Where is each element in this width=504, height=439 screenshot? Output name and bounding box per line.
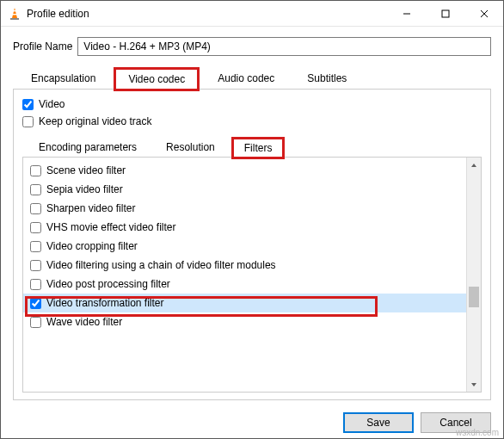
subtab-resolution[interactable]: Resolution xyxy=(155,138,226,157)
profile-name-row: Profile Name xyxy=(13,37,491,56)
tab-subtitles[interactable]: Subtitles xyxy=(294,68,360,89)
svg-marker-8 xyxy=(471,164,476,167)
filter-checkbox[interactable] xyxy=(30,298,41,309)
filter-item[interactable]: Video cropping filter xyxy=(23,237,466,256)
scroll-up-icon[interactable] xyxy=(467,158,481,172)
filter-checkbox[interactable] xyxy=(30,165,41,176)
save-button[interactable]: Save xyxy=(343,412,414,433)
filter-label: Video cropping filter xyxy=(46,240,138,252)
dialog-footer: Save Cancel xyxy=(1,407,503,438)
dialog-body: Profile Name Encapsulation Video codec A… xyxy=(1,27,503,407)
scroll-thumb[interactable] xyxy=(469,287,479,307)
window-title: Profile edition xyxy=(27,8,387,20)
minimize-button[interactable] xyxy=(387,1,426,27)
keep-original-checkbox-row[interactable]: Keep original video track xyxy=(22,115,482,127)
filter-item[interactable]: VHS movie effect video filter xyxy=(23,218,466,237)
filter-checkbox[interactable] xyxy=(30,222,41,233)
video-subtabs: Encoding parameters Resolution Filters xyxy=(28,138,482,157)
profile-name-label: Profile Name xyxy=(13,40,72,53)
filter-item[interactable]: Video post processing filter xyxy=(23,275,466,294)
filter-label: Video post processing filter xyxy=(46,278,170,290)
svg-marker-9 xyxy=(471,383,476,386)
tab-audio-codec[interactable]: Audio codec xyxy=(205,68,287,89)
svg-rect-5 xyxy=(442,10,449,17)
filter-item[interactable]: Wave video filter xyxy=(23,312,466,331)
video-checkbox-label: Video xyxy=(39,98,65,110)
vlc-cone-icon xyxy=(8,7,22,21)
filter-label: Sepia video filter xyxy=(46,183,123,195)
subtab-filters[interactable]: Filters xyxy=(233,139,284,158)
filter-label: Wave video filter xyxy=(46,316,122,328)
filter-checkbox[interactable] xyxy=(30,279,41,290)
codec-tabs: Encapsulation Video codec Audio codec Su… xyxy=(18,68,491,89)
profile-name-input[interactable] xyxy=(77,37,491,56)
filter-item[interactable]: Scene video filter xyxy=(23,161,466,180)
svg-rect-1 xyxy=(10,18,19,20)
video-checkbox[interactable] xyxy=(22,99,34,110)
filter-checkbox[interactable] xyxy=(30,184,41,195)
filters-panel: Scene video filterSepia video filterShar… xyxy=(22,157,482,393)
filter-label: VHS movie effect video filter xyxy=(46,221,176,233)
tab-encapsulation[interactable]: Encapsulation xyxy=(18,68,108,89)
filter-item[interactable]: Video transformation filter xyxy=(23,294,466,312)
profile-edition-window: Profile edition Profile Name Encapsulati… xyxy=(0,0,504,439)
video-codec-panel: Video Keep original video track Encoding… xyxy=(13,89,491,400)
filter-list[interactable]: Scene video filterSepia video filterShar… xyxy=(23,158,466,392)
vertical-scrollbar[interactable] xyxy=(466,158,481,392)
filter-checkbox[interactable] xyxy=(30,241,41,252)
keep-original-label: Keep original video track xyxy=(39,115,151,127)
filter-checkbox[interactable] xyxy=(30,260,41,271)
svg-marker-0 xyxy=(12,8,17,18)
filter-label: Sharpen video filter xyxy=(46,202,135,214)
filter-item[interactable]: Sepia video filter xyxy=(23,180,466,199)
maximize-button[interactable] xyxy=(426,1,464,27)
subtab-encoding[interactable]: Encoding parameters xyxy=(28,138,148,157)
video-checkbox-row[interactable]: Video xyxy=(22,98,482,110)
filter-label: Scene video filter xyxy=(46,164,126,176)
filter-checkbox[interactable] xyxy=(30,203,41,214)
keep-original-checkbox[interactable] xyxy=(22,116,34,127)
filter-checkbox[interactable] xyxy=(30,317,41,328)
filter-label: Video transformation filter xyxy=(46,297,164,309)
close-button[interactable] xyxy=(464,1,503,27)
cancel-button[interactable]: Cancel xyxy=(421,412,491,433)
tab-video-codec[interactable]: Video codec xyxy=(115,69,198,90)
filter-item[interactable]: Sharpen video filter xyxy=(23,199,466,218)
svg-rect-2 xyxy=(13,10,16,11)
filter-label: Video filtering using a chain of video f… xyxy=(46,259,276,271)
filter-item[interactable]: Video filtering using a chain of video f… xyxy=(23,256,466,275)
titlebar: Profile edition xyxy=(1,1,503,27)
svg-rect-3 xyxy=(13,14,17,15)
scroll-down-icon[interactable] xyxy=(467,377,481,392)
